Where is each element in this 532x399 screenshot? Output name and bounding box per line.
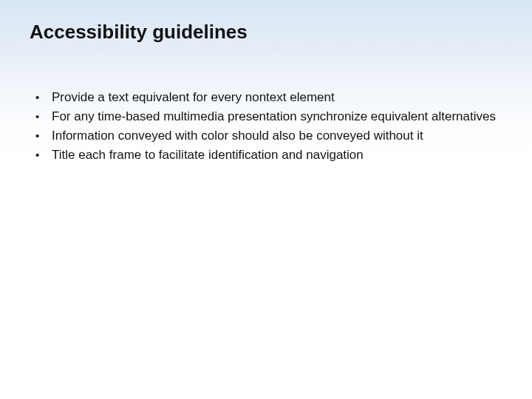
bullet-text: Provide a text equivalent for every nont… xyxy=(52,89,502,106)
list-item: • Title each frame to facilitate identif… xyxy=(34,147,502,164)
slide-title: Accessibility guidelines xyxy=(30,21,502,44)
bullet-text: Information conveyed with color should a… xyxy=(52,128,502,145)
bullet-text: Title each frame to facilitate identific… xyxy=(52,147,502,164)
list-item: • Information conveyed with color should… xyxy=(34,128,502,145)
bullet-icon: • xyxy=(34,89,52,106)
bullet-text: For any time-based multimedia presentati… xyxy=(52,109,502,126)
bullet-icon: • xyxy=(34,147,52,164)
bullet-icon: • xyxy=(34,109,52,126)
list-item: • For any time-based multimedia presenta… xyxy=(34,109,502,126)
bullet-icon: • xyxy=(34,128,52,145)
bullet-list: • Provide a text equivalent for every no… xyxy=(30,89,502,164)
slide: Accessibility guidelines • Provide a tex… xyxy=(0,0,532,399)
list-item: • Provide a text equivalent for every no… xyxy=(34,89,502,106)
